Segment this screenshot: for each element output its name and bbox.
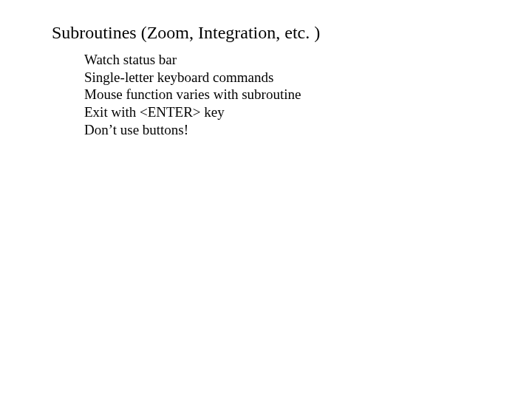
slide-title: Subroutines (Zoom, Integration, etc. ) bbox=[52, 22, 502, 44]
body-line-4: Don’t use buttons! bbox=[84, 121, 502, 139]
slide-body: Watch status bar Single-letter keyboard … bbox=[84, 51, 502, 139]
body-line-1: Single-letter keyboard commands bbox=[84, 69, 502, 86]
body-line-2: Mouse function varies with subroutine bbox=[84, 86, 502, 103]
slide-content: Subroutines (Zoom, Integration, etc. ) W… bbox=[52, 22, 502, 139]
body-line-3: Exit with <ENTER> key bbox=[84, 103, 502, 121]
body-line-0: Watch status bar bbox=[84, 51, 502, 69]
